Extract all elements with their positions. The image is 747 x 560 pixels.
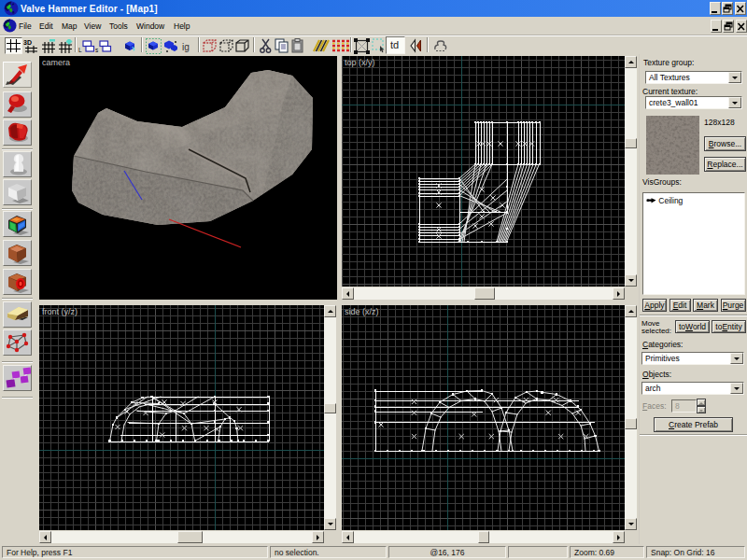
svg-text:3D: 3D [23,39,32,46]
svg-text:ig: ig [182,42,190,52]
svg-text:td: td [390,39,399,50]
svg-text:L: L [78,47,82,53]
svg-text:s: s [95,47,99,53]
